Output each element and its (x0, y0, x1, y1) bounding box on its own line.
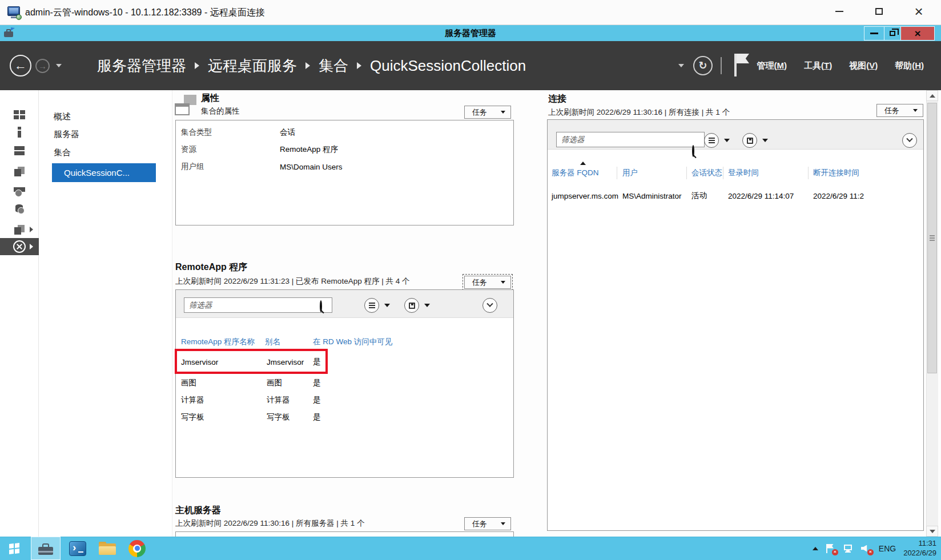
breadcrumb-quicksessioncollection[interactable]: QuickSessionCollection (370, 57, 526, 75)
breadcrumb-collections[interactable]: 集合 (319, 56, 348, 76)
rail-item-dashboard[interactable] (0, 106, 39, 123)
remoteapp-visible: 是 (313, 411, 321, 424)
scroll-up-button[interactable] (926, 90, 938, 101)
remoteapp-name[interactable]: 计算器 (181, 394, 204, 406)
history-dropdown-icon[interactable] (56, 64, 62, 67)
hostservers-panel (175, 531, 514, 537)
rail-item-role-2[interactable] (0, 200, 39, 217)
list-view-dropdown-icon[interactable] (384, 304, 390, 307)
expand-arrow-icon[interactable] (30, 244, 33, 249)
action-center-flag-icon[interactable]: × (826, 543, 836, 554)
sidebar-item-servers[interactable]: 服务器 (54, 127, 79, 141)
list-view-button[interactable] (704, 133, 719, 148)
remoteapp-tasks-button[interactable]: 任务 (464, 276, 511, 289)
filter-input[interactable] (556, 132, 705, 147)
back-button[interactable]: ← (10, 55, 31, 76)
rail-item-all-servers[interactable] (0, 142, 39, 159)
save-query-dropdown-icon[interactable] (424, 304, 430, 307)
properties-panel (175, 120, 514, 225)
column-divider (723, 167, 723, 179)
server-manager-icon (38, 542, 53, 555)
rail-item-local-server[interactable] (0, 123, 39, 140)
save-query-button[interactable] (404, 298, 419, 313)
remoteapp-name[interactable]: 写字板 (181, 411, 204, 424)
minimize-icon (870, 33, 878, 34)
remoteapp-col-alias[interactable]: 别名 (265, 336, 280, 348)
connection-fqdn[interactable]: jumpserver.ms.com (552, 190, 618, 202)
connections-col-disconnect[interactable]: 断开连接时间 (813, 167, 859, 179)
sidebar-item-quicksessioncollection[interactable]: QuickSessionC... (52, 163, 156, 182)
notifications-flag-icon[interactable] (733, 53, 749, 76)
connections-col-login[interactable]: 登录时间 (728, 167, 759, 179)
thumb-grip-icon (930, 237, 935, 239)
connection-state: 活动 (691, 190, 707, 202)
taskbar-server-manager-button[interactable] (31, 537, 61, 560)
menu-manage[interactable]: 管理(M) (757, 61, 787, 71)
start-button[interactable] (0, 537, 29, 560)
remoteapp-col-name[interactable]: RemoteApp 程序名称 (181, 336, 255, 348)
remoteapp-name[interactable]: 画图 (181, 377, 196, 389)
connections-tasks-button[interactable]: 任务 (876, 104, 923, 117)
search-icon (692, 145, 694, 157)
taskbar-explorer-button[interactable] (94, 537, 121, 560)
connections-col-user[interactable]: 用户 (622, 167, 638, 179)
hostservers-title: 主机服务器 (175, 505, 221, 517)
refresh-icon: ↻ (698, 59, 707, 72)
rail-item-remote-desktop-services[interactable] (0, 238, 39, 255)
breadcrumb-dropdown-icon[interactable] (678, 64, 684, 67)
list-view-button[interactable] (364, 298, 379, 313)
column-divider (808, 167, 809, 179)
remoteapp-collapse-button[interactable] (482, 298, 497, 313)
breadcrumb-separator-icon (357, 62, 361, 69)
save-query-button[interactable] (742, 133, 757, 148)
forward-button[interactable]: → (35, 59, 50, 73)
list-view-dropdown-icon[interactable] (724, 139, 730, 142)
network-icon[interactable] (843, 543, 854, 554)
rdp-close-button[interactable]: × (906, 2, 932, 21)
breadcrumb-server-manager[interactable]: 服务器管理器 (97, 56, 186, 76)
scrollbar-thumb[interactable] (927, 103, 937, 373)
highlight-annotation (175, 349, 328, 374)
windows-logo-icon (9, 543, 19, 554)
menu-bar: 管理(M) 工具(T) 视图(V) 帮助(H) (757, 41, 924, 90)
chevron-up-icon (930, 94, 935, 98)
hostservers-tasks-button[interactable]: 任务 (464, 517, 511, 530)
taskbar-powershell-button[interactable] (64, 537, 91, 560)
taskbar-chrome-button[interactable] (123, 537, 151, 560)
scroll-down-button[interactable] (926, 526, 938, 537)
menu-help[interactable]: 帮助(H) (895, 61, 924, 71)
hidden-icons-button[interactable] (813, 547, 818, 550)
property-value: RemoteApp 程序 (280, 143, 338, 156)
volume-muted-icon[interactable]: × (861, 543, 871, 554)
expand-arrow-icon[interactable] (30, 227, 33, 232)
clock[interactable]: 11:31 2022/6/29 (903, 539, 936, 558)
pages-icon (14, 225, 25, 235)
app-minimize-button[interactable] (864, 26, 884, 41)
app-close-button[interactable]: × (900, 26, 935, 41)
connections-col-fqdn[interactable]: 服务器 FQDN (552, 167, 599, 179)
menu-view[interactable]: 视图(V) (849, 61, 878, 71)
rail-item-file-storage-services[interactable] (0, 163, 39, 180)
breadcrumb-remote-desktop-services[interactable]: 远程桌面服务 (208, 56, 297, 76)
rail-item-role-3[interactable] (0, 221, 39, 238)
menu-tools[interactable]: 工具(T) (804, 61, 832, 71)
app-restore-button[interactable] (884, 26, 901, 41)
folder-icon (99, 542, 116, 555)
rdp-minimize-button[interactable] (826, 2, 852, 21)
properties-tasks-button[interactable]: 任务 (464, 106, 511, 119)
connections-collapse-button[interactable] (902, 133, 917, 148)
filter-input[interactable] (184, 297, 332, 313)
language-indicator[interactable]: ENG (879, 544, 896, 553)
save-query-dropdown-icon[interactable] (762, 139, 768, 142)
system-tray: × × ENG 11:31 2022/6/29 (813, 537, 936, 560)
rdp-maximize-button[interactable] (866, 2, 892, 21)
maximize-icon (875, 8, 883, 15)
error-badge-icon: × (832, 549, 838, 555)
sidebar-item-overview[interactable]: 概述 (54, 110, 71, 123)
refresh-button[interactable]: ↻ (693, 56, 713, 75)
connections-col-state[interactable]: 会话状态 (691, 167, 722, 179)
rail-item-role-1[interactable] (0, 183, 39, 200)
rdp-connection-icon (7, 6, 21, 19)
sidebar-item-collections[interactable]: 集合 (54, 146, 71, 159)
remoteapp-col-visible[interactable]: 在 RD Web 访问中可见 (313, 336, 392, 348)
